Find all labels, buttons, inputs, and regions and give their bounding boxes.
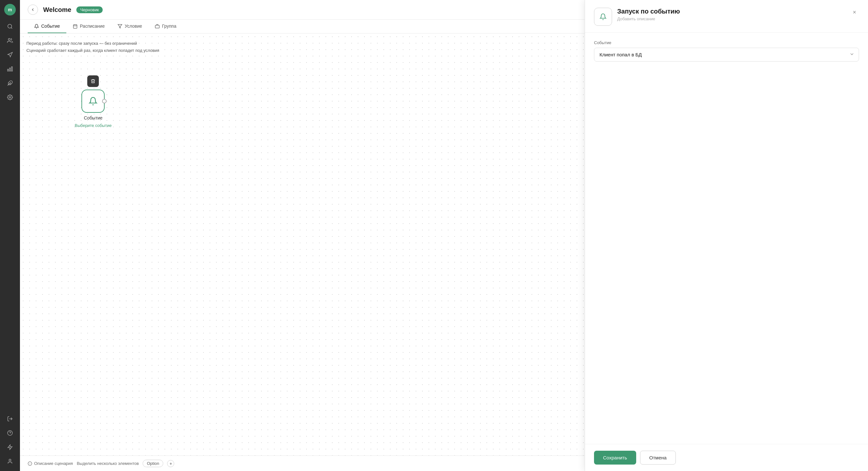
svg-point-12 — [9, 459, 11, 461]
event-select-wrapper: Клиент попал в БДКлиент оформил заказКли… — [594, 48, 859, 62]
panel-footer: Сохранить Отмена — [585, 444, 868, 471]
cancel-button[interactable]: Отмена — [640, 451, 676, 465]
svg-rect-18 — [156, 25, 160, 28]
field-label: Событие — [594, 40, 859, 45]
svg-point-7 — [9, 97, 11, 98]
svg-marker-17 — [118, 24, 122, 28]
sidebar-item-integrations[interactable] — [4, 77, 16, 89]
tab-condition[interactable]: Условие — [111, 20, 148, 33]
sidebar-item-campaigns[interactable] — [4, 49, 16, 61]
tab-schedule[interactable]: Расписание — [66, 20, 111, 33]
sidebar-item-analytics[interactable] — [4, 63, 16, 75]
panel-icon-box — [594, 8, 612, 26]
avatar[interactable]: m — [4, 4, 16, 16]
canvas-info: Период работы: сразу после запуска — без… — [26, 40, 159, 54]
select-multiple-label: Выделить несколько элементов — [76, 461, 139, 466]
page-title: Welcome — [43, 6, 71, 13]
tab-group[interactable]: Группа — [148, 20, 183, 33]
svg-rect-3 — [10, 68, 11, 71]
sidebar-item-contacts[interactable] — [4, 35, 16, 47]
sidebar-item-lightning[interactable] — [4, 441, 16, 453]
event-node[interactable]: Событие Выберите событие — [75, 76, 112, 128]
bell-icon — [599, 13, 607, 20]
save-button[interactable]: Сохранить — [594, 451, 636, 465]
scenario-description: Описание сценария — [28, 461, 73, 466]
node-select-link[interactable]: Выберите событие — [75, 123, 112, 128]
event-panel: Запуск по событию Добавить описание × Со… — [585, 0, 868, 471]
svg-point-1 — [8, 38, 10, 40]
sidebar: m — [0, 0, 20, 471]
sidebar-item-user[interactable] — [4, 455, 16, 467]
event-node-box[interactable] — [82, 90, 105, 113]
svg-marker-11 — [8, 445, 12, 450]
panel-subtitle[interactable]: Добавить описание — [617, 17, 845, 21]
back-button[interactable] — [28, 4, 38, 15]
svg-rect-13 — [73, 25, 77, 28]
sidebar-item-help[interactable] — [4, 427, 16, 439]
sidebar-bottom — [4, 413, 16, 467]
node-connector[interactable] — [102, 99, 106, 104]
main-content: Welcome Черновик Событие Расписание Усло… — [20, 0, 868, 471]
tab-event[interactable]: Событие — [28, 20, 66, 33]
panel-header: Запуск по событию Добавить описание × — [585, 0, 868, 33]
info-icon — [28, 461, 32, 466]
panel-title: Запуск по событию — [617, 8, 845, 15]
svg-rect-4 — [8, 69, 9, 71]
event-select[interactable]: Клиент попал в БДКлиент оформил заказКли… — [594, 48, 859, 62]
option-button[interactable]: Option — [143, 460, 163, 467]
sidebar-item-search[interactable] — [4, 21, 16, 32]
panel-body: Событие Клиент попал в БДКлиент оформил … — [585, 33, 868, 444]
delete-node-button[interactable] — [87, 76, 99, 87]
svg-rect-2 — [11, 67, 12, 71]
svg-point-0 — [8, 24, 11, 28]
add-element-button[interactable]: + — [167, 460, 174, 467]
draft-badge: Черновик — [76, 6, 102, 13]
sidebar-item-settings[interactable] — [4, 91, 16, 103]
panel-title-group: Запуск по событию Добавить описание — [617, 8, 845, 21]
sidebar-item-export[interactable] — [4, 413, 16, 424]
node-label: Событие — [84, 115, 102, 120]
close-button[interactable]: × — [850, 8, 859, 17]
